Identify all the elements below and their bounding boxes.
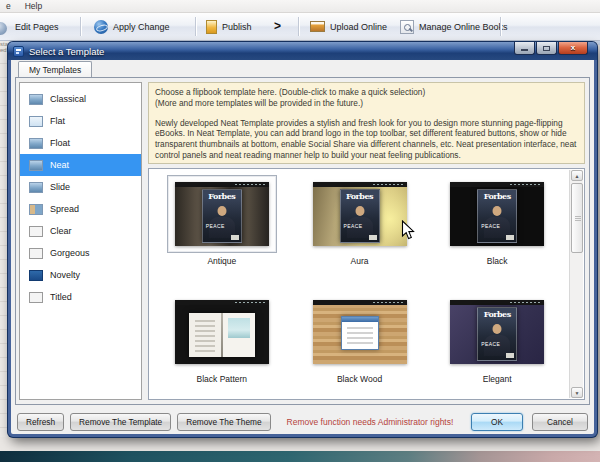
template-label: Black Pattern xyxy=(197,374,248,384)
antique-thumbnail: Forbes PEACE xyxy=(175,182,269,246)
remove-template-button[interactable]: Remove The Template xyxy=(70,413,171,431)
edit-pages-icon xyxy=(0,22,7,35)
maximize-button[interactable] xyxy=(536,42,557,55)
publish-button[interactable]: Publish xyxy=(200,16,258,37)
maximize-icon xyxy=(543,46,550,51)
gorgeous-icon xyxy=(29,248,43,259)
mouse-cursor xyxy=(401,220,416,243)
template-description: Choose a flipbook template here. (Double… xyxy=(148,82,585,164)
scrollbar[interactable]: ▲ ▼ xyxy=(569,170,583,398)
flat-icon xyxy=(29,116,43,127)
slide-icon xyxy=(29,182,43,193)
sidebar-item-flat[interactable]: Flat xyxy=(20,110,141,132)
cancel-button[interactable]: Cancel xyxy=(532,413,588,431)
black-thumbnail: Forbes PEACE xyxy=(450,182,544,246)
ok-button[interactable]: OK xyxy=(471,413,523,431)
template-category-list: Classical Flat Float Neat Slide Spread C… xyxy=(19,82,142,400)
sidebar-item-float[interactable]: Float xyxy=(20,132,141,154)
novelty-icon xyxy=(29,270,43,281)
menu-bar: e Help xyxy=(0,0,600,13)
sidebar-item-gorgeous[interactable]: Gorgeous xyxy=(20,242,141,264)
spread-icon xyxy=(29,204,43,215)
image-icon xyxy=(310,21,325,32)
sidebar-item-classical[interactable]: Classical xyxy=(20,88,141,110)
minimize-icon xyxy=(521,49,528,51)
globe-icon xyxy=(94,20,108,34)
forbes-cover: Forbes PEACE xyxy=(477,189,517,243)
template-antique[interactable]: Forbes PEACE Antique xyxy=(153,175,291,275)
close-icon: x xyxy=(571,44,575,52)
close-button[interactable]: x xyxy=(558,42,588,55)
open-book-graphic xyxy=(189,313,255,357)
sidebar-item-neat[interactable]: Neat xyxy=(20,154,141,176)
template-black[interactable]: Forbes PEACE Black xyxy=(428,175,566,275)
scroll-down-icon[interactable]: ▼ xyxy=(571,387,583,398)
template-elegant[interactable]: Forbes PEACE Elegant xyxy=(428,293,566,393)
dialog-footer: Refresh Remove The Template Remove The T… xyxy=(17,412,588,431)
dialog-content-panel: Classical Flat Float Neat Slide Spread C… xyxy=(15,77,590,405)
forbes-cover: Forbes PEACE xyxy=(477,307,517,361)
sidebar-item-clear[interactable]: Clear xyxy=(20,220,141,242)
sidebar-item-novelty[interactable]: Novelty xyxy=(20,264,141,286)
bottom-gradient-bar xyxy=(0,451,600,462)
apply-change-button[interactable]: Apply Change xyxy=(88,16,176,37)
app-toolbar: Edit Pages Apply Change Publish > Upload… xyxy=(0,13,600,41)
select-template-dialog: Select a Template x My Templates Classic… xyxy=(8,42,597,437)
manage-online-books-button[interactable]: Manage Online Books xyxy=(394,16,514,37)
remove-theme-button[interactable]: Remove The Theme xyxy=(177,413,270,431)
menu-item-fragment[interactable]: e xyxy=(6,1,11,11)
edit-pages-button[interactable]: Edit Pages xyxy=(0,16,65,37)
template-black-wood[interactable]: Black Wood xyxy=(291,293,429,393)
toolbar-separator xyxy=(298,17,299,36)
admin-rights-warning: Remove function needs Administrator righ… xyxy=(287,417,454,427)
template-label: Aura xyxy=(351,256,369,266)
app-icon xyxy=(13,46,24,57)
tab-my-templates[interactable]: My Templates xyxy=(18,61,92,77)
dialog-titlebar[interactable]: Select a Template x xyxy=(8,42,597,60)
tab-row: My Templates xyxy=(11,60,594,77)
minimize-button[interactable] xyxy=(514,42,535,55)
toolbar-separator xyxy=(195,17,196,36)
forbes-cover: Forbes PEACE xyxy=(340,189,380,243)
black-pattern-thumbnail xyxy=(175,300,269,364)
template-label: Black Wood xyxy=(337,374,382,384)
sidebar-item-slide[interactable]: Slide xyxy=(20,176,141,198)
neat-icon xyxy=(29,160,43,171)
magnifier-icon xyxy=(400,20,414,34)
clear-icon xyxy=(29,226,43,237)
menu-item-help[interactable]: Help xyxy=(25,1,42,11)
toolbar-separator xyxy=(80,17,81,36)
classical-icon xyxy=(29,94,43,105)
dialog-title: Select a Template xyxy=(29,46,104,57)
refresh-button[interactable]: Refresh xyxy=(17,413,64,431)
black-wood-thumbnail xyxy=(313,300,407,364)
upload-online-button[interactable]: Upload Online xyxy=(304,16,393,37)
document-icon xyxy=(206,20,217,34)
app-background-bottom xyxy=(0,437,600,451)
scroll-up-icon[interactable]: ▲ xyxy=(571,170,583,181)
scrollbar-thumb[interactable] xyxy=(571,183,583,253)
template-label: Antique xyxy=(207,256,236,266)
titled-icon xyxy=(29,292,43,303)
mini-window-graphic xyxy=(341,316,379,350)
float-icon xyxy=(29,138,43,149)
template-black-pattern[interactable]: Black Pattern xyxy=(153,293,291,393)
toolbar-separator xyxy=(500,17,501,36)
template-label: Elegant xyxy=(483,374,512,384)
elegant-thumbnail: Forbes PEACE xyxy=(450,300,544,364)
template-grid: Forbes PEACE Antique Forbes xyxy=(148,168,585,400)
template-label: Black xyxy=(487,256,508,266)
sidebar-item-titled[interactable]: Titled xyxy=(20,286,141,308)
forbes-cover: Forbes PEACE xyxy=(202,189,242,243)
aura-thumbnail: Forbes PEACE xyxy=(313,182,407,246)
sidebar-item-spread[interactable]: Spread xyxy=(20,198,141,220)
chevron-right-icon[interactable]: > xyxy=(274,19,281,33)
